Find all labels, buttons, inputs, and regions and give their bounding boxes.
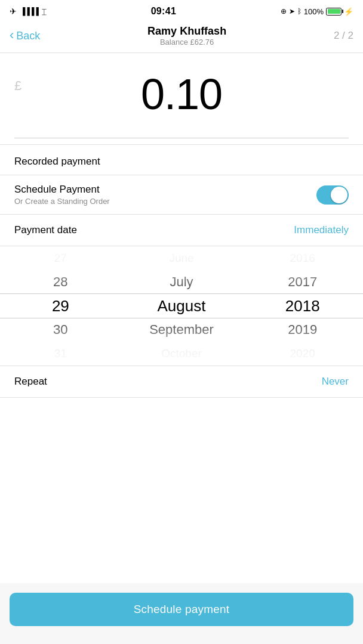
battery-icon [326, 8, 342, 16]
battery-percent: 100% [304, 7, 324, 16]
status-bar: ✈ ▐▐▐▐ ⌶ 09:41 ⊕ ➤ ᛒ 100% ⚡ [0, 0, 363, 21]
wifi-icon: ⌶ [42, 7, 47, 16]
picker-day-item: 30 [0, 318, 121, 342]
picker-year-item-selected: 2018 [242, 294, 363, 318]
bluetooth-icon: ᛒ [297, 7, 302, 16]
picker-month-item: October [121, 342, 242, 366]
back-button[interactable]: ‹ Back [10, 30, 40, 42]
page-count: 2 / 2 [334, 30, 353, 42]
gps-icon: ➤ [289, 7, 295, 16]
schedule-payment-row: Schedule Payment Or Create a Standing Or… [0, 175, 363, 214]
schedule-payment-subtitle: Or Create a Standing Order [14, 197, 110, 206]
payment-date-value[interactable]: Immediately [294, 224, 349, 236]
picker-inner: 27 28 29 30 31 June July August Septembe… [0, 246, 363, 366]
status-left: ✈ ▐▐▐▐ ⌶ [10, 7, 47, 16]
nav-header: ‹ Back Ramy Khuffash Balance £62.76 2 / … [0, 21, 363, 52]
toggle-thumb [331, 187, 347, 203]
airplane-icon: ✈ [10, 7, 17, 16]
picker-year-item: 2019 [242, 318, 363, 342]
signal-icon: ▐▐▐▐ [20, 7, 38, 16]
amount-section: £ 0.10 [0, 53, 363, 144]
picker-month-item: September [121, 318, 242, 342]
back-label: Back [16, 30, 40, 42]
contact-name: Ramy Khuffash [40, 25, 334, 38]
picker-year-item: 2016 [242, 246, 363, 270]
picker-month-column[interactable]: June July August September October [121, 246, 242, 366]
repeat-label: Repeat [14, 376, 47, 388]
content-area: £ 0.10 Recorded payment Schedule Payment… [0, 53, 363, 463]
repeat-row[interactable]: Repeat Never [0, 366, 363, 397]
picker-year-item: 2017 [242, 270, 363, 294]
picker-day-item: 27 [0, 246, 121, 270]
header-center: Ramy Khuffash Balance £62.76 [40, 25, 334, 47]
charging-icon: ⚡ [344, 7, 353, 16]
payment-date-row[interactable]: Payment date Immediately [0, 215, 363, 246]
back-chevron-icon: ‹ [10, 29, 14, 42]
status-right: ⊕ ➤ ᛒ 100% ⚡ [281, 7, 353, 16]
picker-month-item-selected: August [121, 294, 242, 318]
status-time: 09:41 [151, 6, 176, 17]
payment-date-label: Payment date [14, 224, 77, 236]
picker-day-item: 31 [0, 342, 121, 366]
picker-year-column[interactable]: 2016 2017 2018 2019 2020 [242, 246, 363, 366]
picker-day-column[interactable]: 27 28 29 30 31 [0, 246, 121, 366]
picker-year-item: 2020 [242, 342, 363, 366]
currency-symbol: £ [14, 78, 21, 94]
schedule-payment-title: Schedule Payment [14, 184, 110, 196]
repeat-value[interactable]: Never [322, 376, 349, 388]
bottom-area: Schedule payment [0, 583, 363, 644]
recorded-payment-label: Recorded payment [0, 145, 363, 175]
date-picker[interactable]: 27 28 29 30 31 June July August Septembe… [0, 246, 363, 366]
picker-day-item: 28 [0, 270, 121, 294]
schedule-payment-left: Schedule Payment Or Create a Standing Or… [14, 184, 110, 206]
schedule-toggle[interactable] [316, 185, 349, 205]
picker-month-item: July [121, 270, 242, 294]
picker-month-item: June [121, 246, 242, 270]
balance-label: Balance £62.76 [40, 38, 334, 47]
picker-day-item-selected: 29 [0, 294, 121, 318]
amount-value[interactable]: 0.10 [14, 71, 349, 118]
divider-6 [0, 397, 363, 398]
schedule-payment-button[interactable]: Schedule payment [10, 593, 353, 626]
amount-underline [14, 120, 349, 138]
location-icon: ⊕ [281, 7, 287, 16]
